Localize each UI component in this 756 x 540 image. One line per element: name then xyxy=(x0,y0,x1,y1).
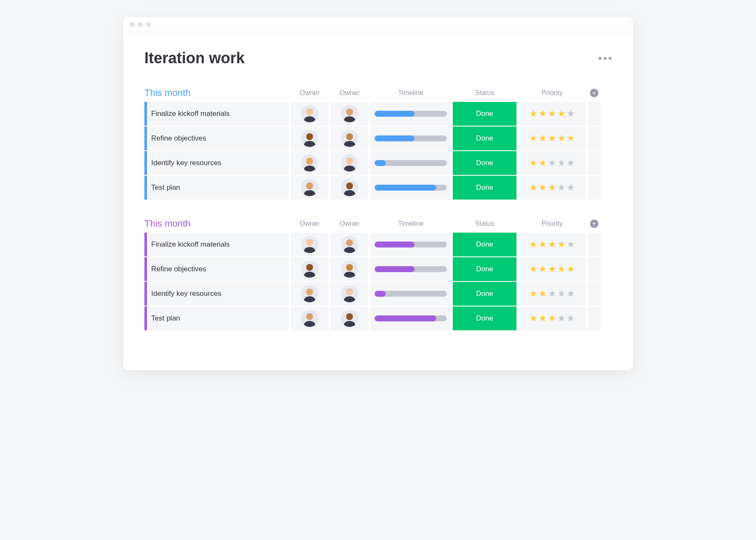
timeline-bar[interactable] xyxy=(375,160,447,166)
status-cell[interactable]: Done xyxy=(453,127,516,150)
table-row[interactable]: Test plan Done ★★★★★ xyxy=(144,307,612,330)
timeline-cell[interactable] xyxy=(370,102,451,126)
table-row[interactable]: Finalize kickoff materials Done ★★★★★ xyxy=(144,102,612,126)
priority-cell[interactable]: ★★★★★ xyxy=(518,151,586,175)
status-cell[interactable]: Done xyxy=(453,102,516,126)
star-rating[interactable]: ★★★★★ xyxy=(529,240,575,249)
group-title[interactable]: This month xyxy=(144,218,289,229)
star-rating[interactable]: ★★★★★ xyxy=(529,289,575,298)
avatar[interactable] xyxy=(341,179,358,196)
timeline-bar[interactable] xyxy=(375,185,447,191)
owner-cell[interactable] xyxy=(291,257,329,281)
priority-cell[interactable]: ★★★★★ xyxy=(518,233,586,256)
avatar[interactable] xyxy=(341,130,358,147)
star-rating[interactable]: ★★★★★ xyxy=(529,134,575,143)
avatar[interactable] xyxy=(341,236,358,253)
star-rating[interactable]: ★★★★★ xyxy=(529,109,575,118)
task-name-cell[interactable]: Finalize kickoff materials xyxy=(144,102,289,126)
owner-cell[interactable] xyxy=(330,233,369,256)
avatar[interactable] xyxy=(301,155,318,172)
timeline-bar[interactable] xyxy=(375,111,447,117)
row-end-cell[interactable] xyxy=(588,151,601,175)
owner-cell[interactable] xyxy=(330,257,369,281)
row-end-cell[interactable] xyxy=(588,102,601,126)
more-menu-button[interactable] xyxy=(598,57,612,60)
priority-cell[interactable]: ★★★★★ xyxy=(518,127,586,150)
column-header-owner[interactable]: Owner xyxy=(330,89,369,97)
status-cell[interactable]: Done xyxy=(453,233,516,256)
avatar[interactable] xyxy=(301,285,318,302)
status-cell[interactable]: Done xyxy=(453,257,516,281)
avatar[interactable] xyxy=(301,130,318,147)
row-end-cell[interactable] xyxy=(588,233,601,256)
owner-cell[interactable] xyxy=(291,282,329,306)
add-column-button[interactable]: + xyxy=(590,89,598,97)
row-end-cell[interactable] xyxy=(588,307,601,330)
star-rating[interactable]: ★★★★★ xyxy=(529,264,575,274)
column-header-timeline[interactable]: Timeline xyxy=(370,89,451,97)
avatar[interactable] xyxy=(301,236,318,253)
owner-cell[interactable] xyxy=(330,282,369,306)
column-header-timeline[interactable]: Timeline xyxy=(370,220,451,228)
timeline-cell[interactable] xyxy=(370,282,451,306)
avatar[interactable] xyxy=(341,285,358,302)
timeline-cell[interactable] xyxy=(370,151,451,175)
priority-cell[interactable]: ★★★★★ xyxy=(518,102,586,126)
status-cell[interactable]: Done xyxy=(453,307,516,330)
timeline-cell[interactable] xyxy=(370,176,451,200)
column-header-owner[interactable]: Owner xyxy=(291,89,329,97)
star-rating[interactable]: ★★★★★ xyxy=(529,183,575,192)
table-row[interactable]: Refine objectives Done ★★★★★ xyxy=(144,257,612,281)
owner-cell[interactable] xyxy=(330,307,369,330)
timeline-cell[interactable] xyxy=(370,257,451,281)
task-name-cell[interactable]: Finalize kickoff materials xyxy=(144,233,289,256)
row-end-cell[interactable] xyxy=(588,127,601,150)
timeline-bar[interactable] xyxy=(375,135,447,141)
row-end-cell[interactable] xyxy=(588,282,601,306)
column-header-owner[interactable]: Owner xyxy=(291,220,329,228)
avatar[interactable] xyxy=(341,155,358,172)
task-name-cell[interactable]: Test plan xyxy=(144,307,289,330)
owner-cell[interactable] xyxy=(291,102,329,126)
timeline-bar[interactable] xyxy=(375,291,447,297)
avatar[interactable] xyxy=(341,105,358,122)
column-header-status[interactable]: Status xyxy=(453,89,516,97)
column-header-owner[interactable]: Owner xyxy=(330,220,369,228)
task-name-cell[interactable]: Test plan xyxy=(144,176,289,200)
column-header-priority[interactable]: Priority xyxy=(518,220,586,228)
owner-cell[interactable] xyxy=(330,127,369,150)
timeline-bar[interactable] xyxy=(375,315,447,321)
star-rating[interactable]: ★★★★★ xyxy=(529,158,575,168)
timeline-cell[interactable] xyxy=(370,233,451,256)
status-cell[interactable]: Done xyxy=(453,151,516,175)
status-cell[interactable]: Done xyxy=(453,176,516,200)
column-header-status[interactable]: Status xyxy=(453,220,516,228)
status-cell[interactable]: Done xyxy=(453,282,516,306)
avatar[interactable] xyxy=(341,310,358,327)
group-title[interactable]: This month xyxy=(144,87,289,98)
column-header-priority[interactable]: Priority xyxy=(518,89,586,97)
add-column-button[interactable]: + xyxy=(590,219,598,228)
avatar[interactable] xyxy=(301,105,318,122)
priority-cell[interactable]: ★★★★★ xyxy=(518,307,586,330)
task-name-cell[interactable]: Refine objectives xyxy=(144,257,289,281)
task-name-cell[interactable]: Identify key resources xyxy=(144,282,289,306)
star-rating[interactable]: ★★★★★ xyxy=(529,314,575,323)
row-end-cell[interactable] xyxy=(588,257,601,281)
owner-cell[interactable] xyxy=(330,176,369,200)
priority-cell[interactable]: ★★★★★ xyxy=(518,282,586,306)
table-row[interactable]: Finalize kickoff materials Done ★★★★★ xyxy=(144,233,612,256)
avatar[interactable] xyxy=(301,310,318,327)
priority-cell[interactable]: ★★★★★ xyxy=(518,257,586,281)
table-row[interactable]: Refine objectives Done ★★★★★ xyxy=(144,127,612,150)
timeline-bar[interactable] xyxy=(375,242,447,248)
table-row[interactable]: Identify key resources Done ★★★★★ xyxy=(144,282,612,306)
timeline-cell[interactable] xyxy=(370,307,451,330)
timeline-bar[interactable] xyxy=(375,266,447,272)
owner-cell[interactable] xyxy=(330,151,369,175)
priority-cell[interactable]: ★★★★★ xyxy=(518,176,586,200)
owner-cell[interactable] xyxy=(291,127,329,150)
owner-cell[interactable] xyxy=(291,307,329,330)
avatar[interactable] xyxy=(301,179,318,196)
avatar[interactable] xyxy=(301,261,318,278)
